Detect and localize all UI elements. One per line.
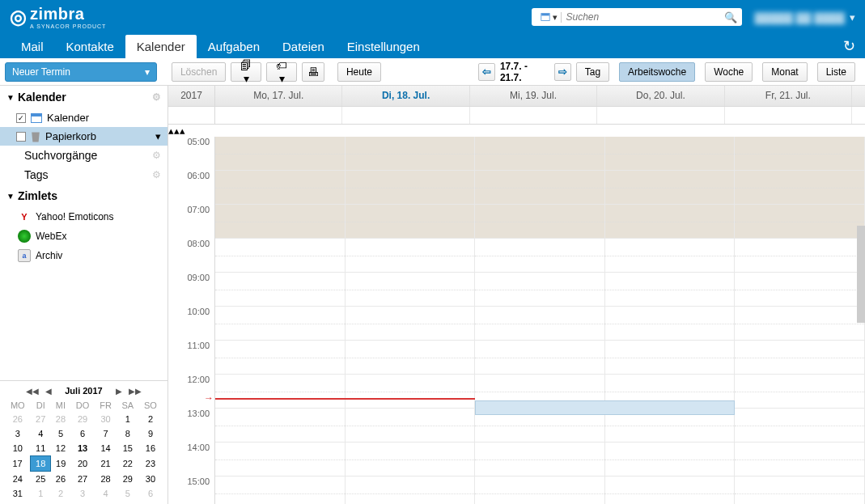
day-column[interactable] — [735, 137, 865, 504]
calendar-item-trash[interactable]: Papierkorb ▾ — [0, 127, 167, 146]
minical-day[interactable]: 17 — [5, 456, 31, 472]
tag-dropdown-button[interactable]: 🏷 ▾ — [266, 62, 297, 82]
minical-day[interactable]: 5 — [51, 426, 70, 441]
minical-day[interactable]: 15 — [117, 441, 138, 456]
minical-day[interactable]: 31 — [5, 486, 31, 501]
calendar-checkbox[interactable]: ✓ — [16, 113, 26, 123]
calendar-item-default[interactable]: ✓ Kalender — [0, 108, 167, 127]
tab-mail[interactable]: Mail — [10, 35, 55, 58]
zimlet-webex[interactable]: WebEx — [0, 227, 167, 246]
print-button[interactable]: 🖶 — [302, 62, 324, 82]
delete-button[interactable]: Löschen — [172, 62, 226, 82]
minical-day[interactable]: 16 — [138, 441, 162, 456]
search-input[interactable] — [562, 11, 724, 23]
day-column[interactable] — [475, 137, 605, 504]
minical-day[interactable]: 20 — [70, 456, 95, 472]
minical-day[interactable]: 1 — [117, 412, 138, 426]
refresh-button[interactable]: ↻ — [843, 37, 855, 55]
zimlet-yahoo[interactable]: Y Yahoo! Emoticons — [0, 207, 167, 227]
minical-day[interactable]: 25 — [31, 472, 51, 487]
chevron-down-icon[interactable]: ▾ — [155, 130, 161, 142]
minical-day[interactable]: 18 — [31, 456, 51, 472]
minical-day[interactable]: 29 — [70, 412, 95, 426]
minical-day[interactable]: 5 — [117, 486, 138, 501]
tab-settings[interactable]: Einstellungen — [336, 35, 431, 58]
minical-prev-month[interactable]: ◀ — [45, 387, 52, 396]
minical-day[interactable]: 13 — [70, 441, 95, 456]
view-month-button[interactable]: Monat — [762, 62, 807, 82]
minical-next-year[interactable]: ▶▶ — [129, 387, 142, 396]
minical-day[interactable]: 28 — [51, 412, 70, 426]
gear-icon[interactable]: ⚙ — [152, 150, 161, 161]
day-header[interactable]: Di, 18. Jul. — [342, 86, 469, 106]
day-column[interactable] — [605, 137, 736, 504]
view-day-button[interactable]: Tag — [576, 62, 609, 82]
day-column[interactable] — [215, 137, 346, 504]
minical-day[interactable]: 26 — [51, 472, 70, 487]
minical-day[interactable]: 24 — [5, 472, 31, 487]
search-scope-dropdown[interactable]: ▾ — [536, 12, 562, 23]
minical-day[interactable]: 2 — [51, 486, 70, 501]
date-range[interactable]: 17.7. - 21.7. — [497, 61, 553, 83]
view-list-button[interactable]: Liste — [817, 62, 855, 82]
zimlets-section-header[interactable]: ▼ Zimlets — [0, 184, 167, 207]
scrollbar-thumb[interactable] — [857, 226, 865, 323]
tab-files[interactable]: Dateien — [271, 35, 336, 58]
new-appointment-button[interactable]: Neuer Termin ▾ — [5, 62, 157, 82]
allday-resize-grip[interactable]: ▴▴▴ — [168, 125, 865, 137]
minical-day[interactable]: 27 — [31, 412, 51, 426]
day-column[interactable] — [346, 137, 476, 504]
minical-next-month[interactable]: ▶ — [116, 387, 122, 396]
minical-day[interactable]: 1 — [31, 486, 51, 501]
tab-tasks[interactable]: Aufgaben — [197, 35, 271, 58]
minical-day[interactable]: 26 — [5, 412, 31, 426]
minical-day[interactable]: 30 — [138, 472, 162, 487]
zimlet-archive[interactable]: a Archiv — [0, 246, 167, 265]
minical-day[interactable]: 7 — [95, 426, 117, 441]
print-dropdown-button[interactable]: 🗐 ▾ — [231, 62, 261, 82]
minical-day[interactable]: 19 — [51, 456, 70, 472]
gear-icon[interactable]: ⚙ — [152, 169, 161, 180]
gear-icon[interactable]: ⚙ — [152, 91, 161, 103]
minical-day[interactable]: 21 — [95, 456, 117, 472]
tab-contacts[interactable]: Kontakte — [55, 35, 125, 58]
calendar-checkbox[interactable] — [16, 132, 26, 142]
minical-day[interactable]: 30 — [95, 412, 117, 426]
day-header[interactable]: Fr, 21. Jul. — [725, 86, 852, 106]
tab-calendar[interactable]: Kalender — [125, 35, 197, 58]
minical-day[interactable]: 11 — [31, 441, 51, 456]
minical-day[interactable]: 23 — [138, 456, 162, 472]
user-menu[interactable]: ▓▓▓▓▓ ▓▓ ▓▓▓▓ ▾ — [755, 11, 855, 23]
day-header[interactable]: Mi, 19. Jul. — [470, 86, 597, 106]
minical-day[interactable]: 10 — [5, 441, 31, 456]
minical-day[interactable]: 9 — [138, 426, 162, 441]
minical-day[interactable]: 6 — [70, 426, 95, 441]
minical-prev-year[interactable]: ◀◀ — [26, 387, 39, 396]
next-week-button[interactable]: ⇨ — [554, 63, 571, 81]
minical-day[interactable]: 12 — [51, 441, 70, 456]
tags-section[interactable]: Tags ⚙ — [0, 165, 167, 184]
prev-week-button[interactable]: ⇦ — [478, 63, 495, 81]
minical-day[interactable]: 4 — [31, 426, 51, 441]
minical-day[interactable]: 8 — [117, 426, 138, 441]
view-workweek-button[interactable]: Arbeitswoche — [619, 62, 695, 82]
minical-day[interactable]: 3 — [70, 486, 95, 501]
minical-day[interactable]: 28 — [95, 472, 117, 487]
minical-day[interactable]: 14 — [95, 441, 117, 456]
day-header[interactable]: Mo, 17. Jul. — [215, 86, 342, 106]
searches-section[interactable]: Suchvorgänge ⚙ — [0, 146, 167, 165]
minical-day[interactable]: 22 — [117, 456, 138, 472]
search-icon[interactable]: 🔍 — [724, 11, 737, 23]
calendars-section-header[interactable]: ▼ Kalender ⚙ — [0, 86, 167, 108]
today-button[interactable]: Heute — [337, 62, 381, 82]
view-week-button[interactable]: Woche — [705, 62, 753, 82]
minical-day[interactable]: 3 — [5, 426, 31, 441]
minical-day[interactable]: 4 — [95, 486, 117, 501]
minical-day[interactable]: 6 — [138, 486, 162, 501]
minical-day[interactable]: 2 — [138, 412, 162, 426]
day-header[interactable]: Do, 20. Jul. — [597, 86, 724, 106]
minical-day[interactable]: 29 — [117, 472, 138, 487]
search-box[interactable]: ▾ 🔍 — [532, 8, 742, 26]
calendar-event[interactable] — [475, 400, 735, 415]
minical-day[interactable]: 27 — [70, 472, 95, 487]
